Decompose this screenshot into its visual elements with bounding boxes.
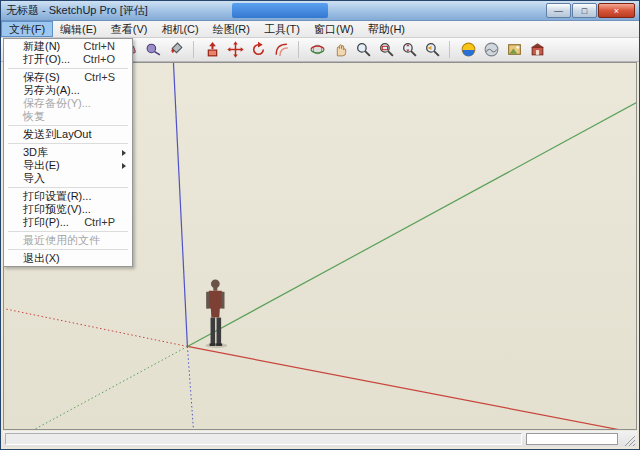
menu-item-print-preview[interactable]: 打印预览(V)... [5,203,131,216]
menu-draw[interactable]: 绘图(R) [206,21,257,37]
toolbar-separator [449,41,456,58]
menu-item-save-as[interactable]: 另存为(A)... [5,84,131,97]
zoom-tool-icon [355,41,372,58]
menu-item-exit[interactable]: 退出(X) [5,252,131,265]
menu-camera[interactable]: 相机(C) [154,21,205,37]
tape-measure-tool-button[interactable] [143,39,166,60]
photo-textures-icon [506,41,523,58]
titlebar-overlay-badge [232,3,328,18]
menu-item-open[interactable]: 打开(O)...Ctrl+O [5,53,131,66]
red-axis-negative [4,309,187,347]
resize-grip[interactable] [622,433,635,446]
menu-item-save[interactable]: 保存(S)Ctrl+S [5,71,131,84]
menu-window[interactable]: 窗口(W) [307,21,361,37]
add-location-button[interactable] [458,39,481,60]
previous-view-tool-button[interactable] [422,39,445,60]
submenu-arrow-icon [122,163,126,169]
previous-view-tool-icon [424,41,441,58]
push-pull-tool-button[interactable] [202,39,225,60]
paint-bucket-tool-button[interactable] [166,39,189,60]
red-axis [187,346,636,429]
toolbar-separator [298,41,305,58]
paint-bucket-tool-icon [168,41,185,58]
measurement-input[interactable] [526,433,618,445]
menubar: 文件(F) 编辑(E) 查看(V) 相机(C) 绘图(R) 工具(T) 窗口(W… [1,21,639,38]
menu-edit[interactable]: 编辑(E) [53,21,104,37]
menu-file[interactable]: 文件(F) [1,21,53,37]
window-title: 无标题 - SketchUp Pro [评估] [6,3,148,18]
menu-view[interactable]: 查看(V) [104,21,155,37]
status-help-area [5,433,522,445]
menu-item-save-backup: 保存备份(Y)... [5,97,131,110]
rotate-tool-button[interactable] [248,39,271,60]
pan-tool-button[interactable] [330,39,353,60]
offset-tool-icon [273,41,290,58]
submenu-arrow-icon [122,150,126,156]
menu-separator [8,187,128,188]
menu-separator [8,143,128,144]
menu-item-send-to-layout[interactable]: 发送到LayOut [5,128,131,141]
menu-item-export[interactable]: 导出(E) [5,159,131,172]
get-models-button[interactable] [527,39,550,60]
move-tool-icon [227,41,244,58]
tape-measure-tool-icon [145,41,162,58]
push-pull-tool-icon [204,41,221,58]
add-location-icon [460,41,477,58]
zoom-extents-tool-button[interactable] [399,39,422,60]
zoom-tool-button[interactable] [353,39,376,60]
get-models-icon [529,41,546,58]
menu-item-recent-files: 最近使用的文件 [5,234,131,247]
file-menu-dropdown: 新建(N)Ctrl+N 打开(O)...Ctrl+O 保存(S)Ctrl+S 另… [3,38,133,267]
titlebar[interactable]: 无标题 - SketchUp Pro [评估] — □ × [1,1,639,21]
offset-tool-button[interactable] [271,39,294,60]
green-axis-negative [4,346,187,429]
blue-axis [173,63,187,346]
menu-item-print[interactable]: 打印(P)...Ctrl+P [5,216,131,229]
statusbar [3,431,637,447]
rotate-tool-icon [250,41,267,58]
menu-item-import[interactable]: 导入 [5,172,131,185]
menu-separator [8,125,128,126]
minimize-button[interactable]: — [546,3,571,18]
menu-item-new[interactable]: 新建(N)Ctrl+N [5,40,131,53]
menu-tools[interactable]: 工具(T) [257,21,307,37]
zoom-extents-tool-icon [401,41,418,58]
sketchup-window: 无标题 - SketchUp Pro [评估] — □ × 文件(F) 编辑(E… [0,0,640,450]
toolbar-separator [193,41,200,58]
menu-item-3d-warehouse[interactable]: 3D库 [5,146,131,159]
toggle-terrain-icon [483,41,500,58]
move-tool-button[interactable] [225,39,248,60]
orbit-tool-button[interactable] [307,39,330,60]
zoom-window-tool-icon [378,41,395,58]
blue-axis-negative [187,346,193,429]
orbit-tool-icon [309,41,326,58]
menu-help[interactable]: 帮助(H) [361,21,412,37]
pan-tool-icon [332,41,349,58]
zoom-window-tool-button[interactable] [376,39,399,60]
menu-item-print-setup[interactable]: 打印设置(R)... [5,190,131,203]
menu-separator [8,249,128,250]
menu-separator [8,68,128,69]
photo-textures-button[interactable] [504,39,527,60]
toggle-terrain-button[interactable] [481,39,504,60]
maximize-button[interactable]: □ [572,3,597,18]
menu-item-revert: 恢复 [5,110,131,123]
close-button[interactable]: × [598,3,635,18]
menu-separator [8,231,128,232]
window-controls: — □ × [546,3,635,18]
green-axis [187,103,636,347]
person-figure[interactable] [205,279,227,348]
